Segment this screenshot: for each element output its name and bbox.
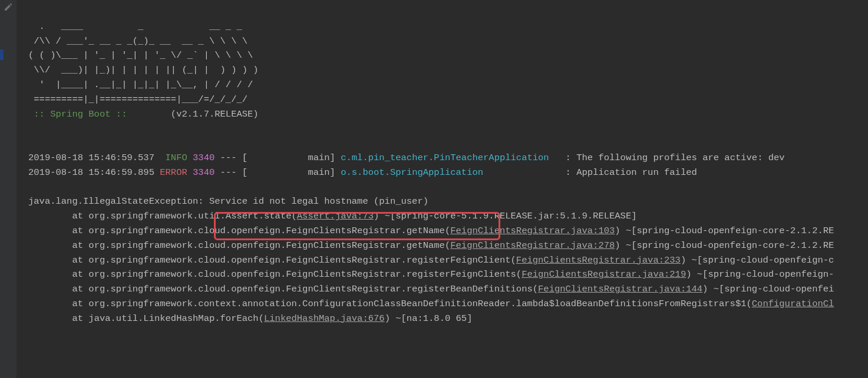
- source-link[interactable]: Assert.java:73: [297, 211, 374, 221]
- stack-frame: at org.springframework.cloud.openfeign.F…: [28, 253, 868, 268]
- stack-trace: at org.springframework.util.Assert.state…: [28, 209, 868, 326]
- log-thread: --- [ main]: [214, 167, 341, 178]
- log-message: : The following profiles are active: dev: [566, 152, 785, 163]
- stack-frame: at org.springframework.cloud.openfeign.F…: [28, 282, 868, 297]
- log-logger: c.ml.pin_teacher.PinTeacherApplication: [341, 152, 549, 163]
- log-pid: 3340: [187, 152, 215, 163]
- editor-gutter: [0, 0, 16, 378]
- log-logger: o.s.boot.SpringApplication: [341, 167, 483, 178]
- source-link[interactable]: FeignClientsRegistrar.java:103: [450, 226, 615, 236]
- log-timestamp: 2019-08-18 15:46:59.895: [28, 167, 160, 178]
- source-link[interactable]: FeignClientsRegistrar.java:219: [522, 269, 686, 280]
- stack-frame: at java.util.LinkedHashMap.forEach(Linke…: [28, 311, 868, 326]
- log-pid: 3340: [187, 167, 215, 178]
- exception-class: java.lang.IllegalStateException:: [28, 196, 204, 207]
- source-link[interactable]: FeignClientsRegistrar.java:144: [538, 284, 702, 294]
- spring-ascii-banner: . ____ _ __ _ _ /\\ / ___'_ __ _ _(_)_ _…: [28, 21, 259, 105]
- stack-frame: at org.springframework.cloud.openfeign.F…: [28, 224, 868, 238]
- stack-frame: at org.springframework.context.annotatio…: [28, 297, 868, 311]
- gutter-marker: [0, 49, 4, 60]
- spring-boot-label: :: Spring Boot ::: [28, 109, 133, 120]
- source-link[interactable]: FeignClientsRegistrar.java:278: [450, 240, 615, 251]
- exception-message: Service id not legal hostname (pin_user): [204, 196, 428, 207]
- source-link[interactable]: FeignClientsRegistrar.java:233: [516, 255, 681, 266]
- pencil-icon: [4, 2, 13, 12]
- log-message: : Application run failed: [566, 167, 697, 178]
- log-thread: --- [ main]: [214, 152, 341, 163]
- stack-frame: at org.springframework.cloud.openfeign.F…: [28, 238, 868, 253]
- log-timestamp: 2019-08-18 15:46:59.537: [28, 152, 166, 163]
- source-link[interactable]: ConfigurationCl: [752, 299, 834, 309]
- log-level-info: INFO: [166, 152, 187, 163]
- spring-boot-version: (v2.1.7.RELEASE): [133, 109, 259, 120]
- stack-frame: at org.springframework.util.Assert.state…: [28, 209, 868, 224]
- log-level-error: ERROR: [160, 167, 187, 178]
- stack-frame: at org.springframework.cloud.openfeign.F…: [28, 267, 868, 282]
- source-link[interactable]: LinkedHashMap.java:676: [264, 313, 385, 324]
- console-output[interactable]: . ____ _ __ _ _ /\\ / ___'_ __ _ _(_)_ _…: [16, 0, 868, 378]
